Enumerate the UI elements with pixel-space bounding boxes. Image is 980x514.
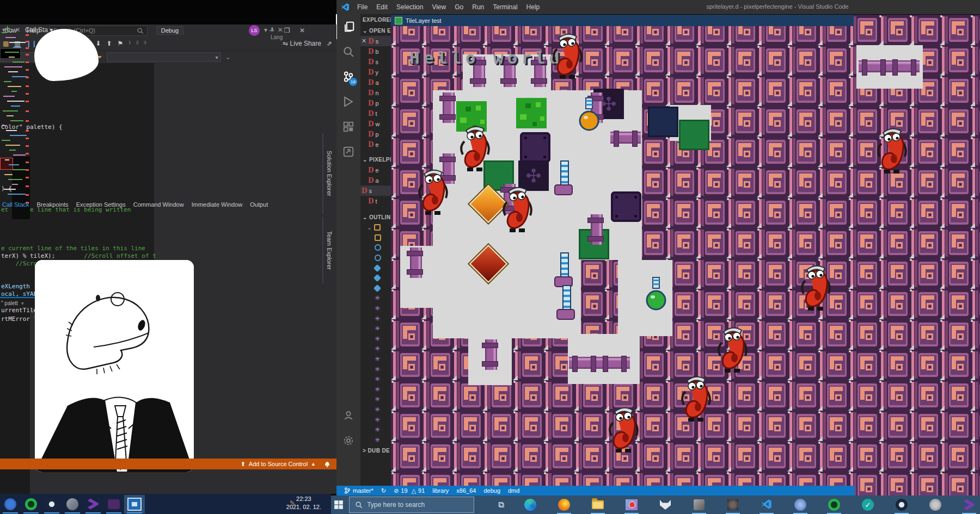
taskbar-app-photo-viewer[interactable] [124,495,145,513]
source-control-icon[interactable]: 18 [336,64,360,89]
sync-icon[interactable]: ↻ [381,487,386,494]
search-icon[interactable] [336,39,360,64]
live-share-button[interactable]: ⇋ Live Share [283,40,321,47]
open-editor-item[interactable]: Ds [360,57,391,67]
open-editor-item[interactable]: Da [360,77,391,88]
game-window-titlebar[interactable]: TileLayer test [391,15,854,26]
open-editor-item[interactable]: Dn [360,88,391,98]
taskbar-app-explorer[interactable] [587,496,609,514]
bottom-tab-output[interactable]: Output [250,201,268,208]
taskbar-app-steam[interactable] [891,496,912,514]
navbar-scope[interactable]: " palett [1,300,18,306]
status-library[interactable]: library [432,487,449,494]
settings-gear-icon[interactable] [336,428,360,453]
outline-item[interactable]: ⌄ [360,222,391,233]
open-editor-item[interactable]: Dw [360,119,391,129]
task-view-icon[interactable]: ⧉ [494,496,509,514]
dub-section-header[interactable]: > DUB DE [360,445,391,456]
project-file-item[interactable]: Da [360,175,391,185]
project-section-header[interactable]: ⌄ PIXELPE [360,154,391,165]
vs-minimap-scrollbar[interactable]: ✛ [0,308,30,514]
panel-controls-right[interactable]: ▾ 🖈 ✕ [264,26,283,34]
taskbar-app-edge[interactable] [519,496,541,514]
start-button[interactable] [331,496,346,514]
project-file-item[interactable]: De [360,165,391,175]
outline-header[interactable]: ⌄ OUTLINE [360,212,391,222]
menu-view[interactable]: View [427,3,450,11]
project-file-item[interactable]: Dt [360,196,391,206]
status-arch[interactable]: x86_64 [456,487,476,494]
open-editor-item[interactable]: ✕Ds [360,36,391,46]
panel-controls-left[interactable]: ▾ ⚊ ✕ [2,26,21,34]
taskbar-app-gray-app[interactable] [62,495,83,513]
vs-dropdown-2[interactable]: ▾ [107,52,221,62]
close-icon[interactable]: ✕ [299,27,305,34]
vs-toolbar-icon-13[interactable]: ³ [144,40,146,47]
vscode-titlebar[interactable]: FileEditSelectionViewGoRunTerminalHelp s… [336,0,980,14]
outline-item[interactable] [360,243,391,253]
menu-selection[interactable]: Selection [392,3,427,11]
explorer-icon[interactable] [336,14,361,39]
taskbar-app-green-circle[interactable] [823,496,845,514]
team-explorer-tab[interactable]: Team Explorer [322,217,335,283]
outline-item[interactable]: ✳ [360,425,391,435]
taskbar-app-firefox[interactable] [553,496,575,514]
outline-item[interactable]: ✳ [360,334,391,344]
problems-status[interactable]: ⊘ 19 △ 91 [394,487,425,494]
bottom-tab-immediate-window[interactable]: Immediate Window [192,201,243,208]
run-debug-icon[interactable] [336,89,360,114]
bottom-tab-exception-settings[interactable]: Exception Settings [76,201,126,208]
outline-item[interactable]: ✳ [360,354,391,364]
status-compiler[interactable]: dmd [508,487,519,494]
outline-item[interactable] [360,253,391,263]
outline-item[interactable]: ✳ [360,293,391,304]
menu-help[interactable]: Help [522,3,544,11]
menu-terminal[interactable]: Terminal [488,3,522,11]
open-editor-item[interactable]: Dt [360,108,391,119]
outline-item[interactable]: ✳ [360,304,391,314]
remote-icon[interactable] [336,139,360,164]
vs-account-avatar[interactable]: LS [249,25,260,36]
vs-toolbar-icon-12[interactable]: ² [136,40,138,47]
account-icon[interactable] [336,403,360,428]
outline-item[interactable]: ✳ [360,405,391,415]
outline-item[interactable]: ✳ [360,435,391,445]
taskbar-app-fox[interactable] [654,496,676,514]
bottom-tab-command-window[interactable]: Command Window [133,201,184,208]
outline-item[interactable]: ✳ [360,324,391,334]
vs-toolbar-icon-8[interactable]: ⬇ [95,40,101,47]
bottom-tab-breakpoints[interactable]: Breakpoints [37,201,69,208]
taskbar-app-paw[interactable] [924,496,946,514]
outline-item[interactable]: ✳ [360,313,391,324]
outline-item[interactable]: ✳ [360,374,391,385]
status-buildtype[interactable]: debug [483,487,500,494]
outline-item[interactable] [360,233,391,243]
taskbar-app-photos-badge[interactable] [621,496,642,514]
taskbar-app-obs[interactable] [688,496,710,514]
taskbar-clock[interactable]: 22:23 2021. 02. 12. [286,495,321,511]
project-file-item[interactable]: Ds [360,185,391,196]
taskbar-app-blue-circle[interactable] [789,496,811,514]
taskbar-app-steam[interactable] [41,495,62,513]
extensions-icon[interactable] [336,114,360,139]
menu-edit[interactable]: Edit [372,3,392,11]
outline-item[interactable]: ✳ [360,344,391,354]
menu-file[interactable]: File [353,3,372,11]
vs-toolbar-icon-0[interactable]: ▦ [3,40,9,47]
taskbar-app-cut-blue[interactable] [0,495,21,513]
game-window[interactable]: TileLayer test Hello world! ✣✣ [391,15,980,496]
restore-icon[interactable]: ❐ [284,27,290,34]
vs-toolbar-icon-1[interactable]: ▥ [14,40,20,47]
git-branch-status[interactable]: master* [344,487,373,494]
outline-item[interactable] [360,273,391,283]
taskbar-app-dark-purple[interactable] [103,495,124,513]
taskbar-app-teal-check[interactable]: ✓ [857,496,879,514]
taskbar-app-green-circle[interactable] [21,495,41,513]
open-editors-header[interactable]: ⌄ OPEN ED [360,25,391,36]
feedback-icon[interactable]: ⇗ [327,40,332,47]
vs-toolbar-icon-9[interactable]: ⬆ [106,40,112,47]
close-icon[interactable]: ✕ [362,38,366,45]
taskbar-search-box[interactable]: Type here to search [349,497,474,513]
vs-toolbar-icon-10[interactable]: ⚑ [117,40,123,47]
outline-item[interactable] [360,263,391,273]
